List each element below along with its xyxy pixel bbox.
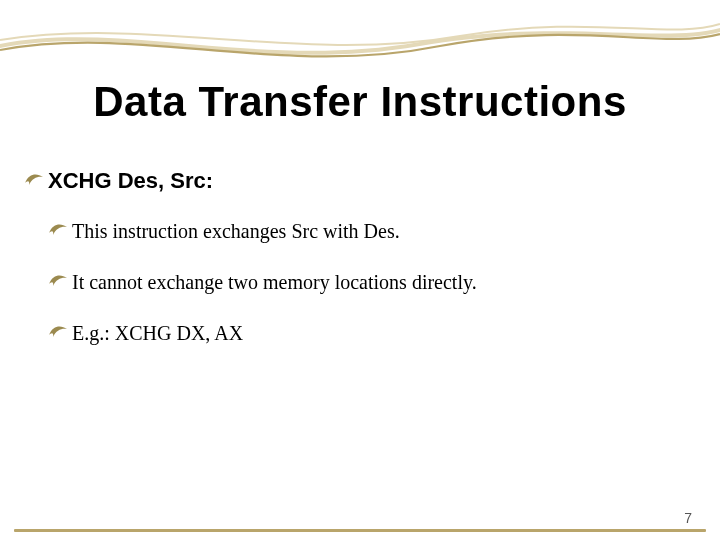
slide: Data Transfer Instructions XCHG Des, Src… <box>0 0 720 540</box>
bullet-text: This instruction exchanges Src with Des. <box>72 220 400 242</box>
bullet-level2: This instruction exchanges Src with Des. <box>48 218 696 245</box>
bullet-text: XCHG Des, Src: <box>48 168 213 193</box>
bullet-text: It cannot exchange two memory locations … <box>72 271 477 293</box>
bullet-level2: E.g.: XCHG DX, AX <box>48 320 696 347</box>
swish-bullet-icon <box>48 220 68 238</box>
bullet-level1: XCHG Des, Src: <box>24 168 696 194</box>
swish-bullet-icon <box>48 271 68 289</box>
bullet-level2: It cannot exchange two memory locations … <box>48 269 696 296</box>
slide-title: Data Transfer Instructions <box>0 78 720 126</box>
decorative-top-wave <box>0 0 720 80</box>
slide-content: XCHG Des, Src: This instruction exchange… <box>24 168 696 371</box>
swish-bullet-icon <box>48 322 68 340</box>
swish-bullet-icon <box>24 170 44 188</box>
page-number: 7 <box>680 510 696 526</box>
decorative-bottom-rule <box>14 529 706 532</box>
bullet-text: E.g.: XCHG DX, AX <box>72 322 243 344</box>
